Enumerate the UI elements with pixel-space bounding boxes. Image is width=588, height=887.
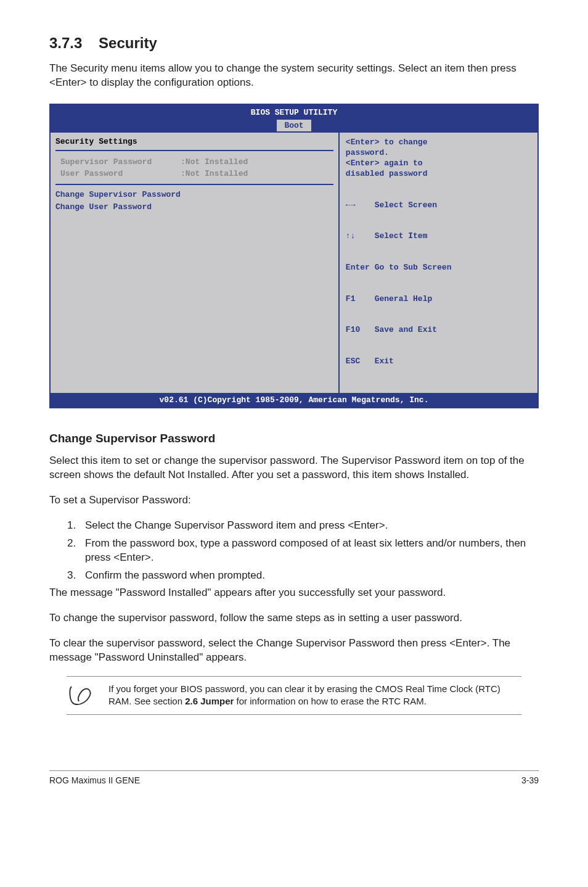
bios-key-line: F10 Save and Exit xyxy=(346,325,531,336)
steps-list: Select the Change Supervisor Password it… xyxy=(49,519,539,583)
page-footer: ROG Maximus II GENE 3-39 xyxy=(49,775,539,786)
bios-utility-screenshot: BIOS SETUP UTILITY Boot Security Setting… xyxy=(49,104,539,408)
list-item: Confirm the password when prompted. xyxy=(79,569,539,583)
intro-paragraph: The Security menu items allow you to cha… xyxy=(49,62,539,90)
bios-help-line: disabled password xyxy=(346,169,531,179)
note-bold: 2.6 Jumper xyxy=(185,696,234,706)
paragraph: The message "Password Installed" appears… xyxy=(49,586,539,600)
bios-title-bar: BIOS SETUP UTILITY Boot xyxy=(51,105,537,133)
note-text-part: for information on how to erase the RTC … xyxy=(234,696,426,706)
paperclip-icon xyxy=(67,683,94,708)
bios-title: BIOS SETUP UTILITY xyxy=(51,107,537,118)
bios-row-label: User Password xyxy=(60,169,123,178)
bios-link-change-user: Change User Password xyxy=(51,201,338,213)
bios-row-value: :Not Installed xyxy=(181,157,248,167)
paragraph: To change the supervisor password, follo… xyxy=(49,611,539,625)
paragraph: To set a Supervisor Password: xyxy=(49,493,539,508)
paragraph: To clear the supervisor password, select… xyxy=(49,637,539,665)
section-title: Security xyxy=(99,35,157,51)
bios-row-user: User Password :Not Installed xyxy=(55,168,333,180)
bios-row-value: :Not Installed xyxy=(181,169,248,178)
bios-help-line: password. xyxy=(346,148,531,159)
bios-footer: v02.61 (C)Copyright 1985-2009, American … xyxy=(51,393,537,408)
footer-rule xyxy=(49,770,539,771)
bios-help-line: <Enter> again to xyxy=(346,159,531,169)
bios-link-change-supervisor: Change Supervisor Password xyxy=(51,189,338,201)
footer-left: ROG Maximus II GENE xyxy=(49,775,140,786)
bios-section-heading: Security Settings xyxy=(55,136,333,147)
subheading: Change Supervisor Password xyxy=(49,431,539,447)
section-heading: 3.7.3 Security xyxy=(49,33,539,53)
bios-key-line: ESC Exit xyxy=(346,357,531,367)
paragraph: Select this item to set or change the su… xyxy=(49,454,539,482)
bios-row-label: Supervisor Password xyxy=(60,157,152,167)
bios-left-panel: Security Settings Supervisor Password :N… xyxy=(51,133,340,392)
bios-key-line: F1 General Help xyxy=(346,294,531,305)
bios-help-line: <Enter> to change xyxy=(346,138,531,148)
list-item: From the password box, type a password c… xyxy=(79,537,539,565)
bios-key-line: ←→ Select Screen xyxy=(346,200,531,211)
footer-right: 3-39 xyxy=(521,775,539,786)
bios-help-panel: <Enter> to change password. <Enter> agai… xyxy=(340,133,537,392)
bios-key-line: Enter Go to Sub Screen xyxy=(346,263,531,273)
bios-tab-boot: Boot xyxy=(277,120,311,132)
bios-row-supervisor: Supervisor Password :Not Installed xyxy=(55,156,333,168)
section-number: 3.7.3 xyxy=(49,35,82,51)
note-block: If you forget your BIOS password, you ca… xyxy=(67,676,521,715)
list-item: Select the Change Supervisor Password it… xyxy=(79,519,539,533)
note-text: If you forget your BIOS password, you ca… xyxy=(108,683,521,708)
bios-key-line: ↑↓ Select Item xyxy=(346,231,531,242)
